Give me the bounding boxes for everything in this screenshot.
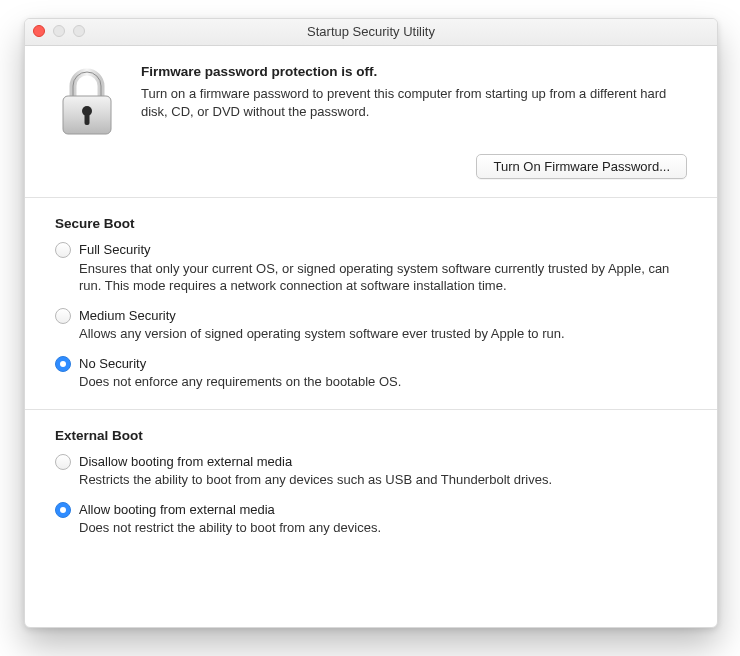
radio-desc: Does not restrict the ability to boot fr…	[79, 519, 687, 537]
lock-icon	[55, 66, 119, 138]
radio-label: Allow booting from external media	[79, 501, 687, 519]
radio-allow-external[interactable]: Allow booting from external media Does n…	[55, 501, 687, 537]
radio-desc: Ensures that only your current OS, or si…	[79, 260, 687, 295]
radio-label: Medium Security	[79, 307, 687, 325]
svg-rect-2	[85, 113, 90, 125]
radio-full-security[interactable]: Full Security Ensures that only your cur…	[55, 241, 687, 295]
radio-label: Disallow booting from external media	[79, 453, 687, 471]
radio-label: No Security	[79, 355, 687, 373]
radio-icon	[55, 308, 71, 324]
radio-icon	[55, 356, 71, 372]
firmware-section: Firmware password protection is off. Tur…	[25, 46, 717, 198]
firmware-title: Firmware password protection is off.	[141, 64, 687, 79]
window-body: Firmware password protection is off. Tur…	[25, 46, 717, 555]
traffic-lights	[33, 25, 85, 37]
turn-on-firmware-password-button[interactable]: Turn On Firmware Password...	[476, 154, 687, 179]
window: Startup Security Utility	[24, 18, 718, 628]
radio-medium-security[interactable]: Medium Security Allows any version of si…	[55, 307, 687, 343]
window-title: Startup Security Utility	[307, 24, 435, 39]
titlebar: Startup Security Utility	[25, 19, 717, 46]
firmware-desc: Turn on a firmware password to prevent t…	[141, 85, 687, 120]
external-boot-section: External Boot Disallow booting from exte…	[25, 410, 717, 555]
close-icon[interactable]	[33, 25, 45, 37]
secure-boot-title: Secure Boot	[55, 216, 687, 231]
minimize-icon	[53, 25, 65, 37]
radio-icon	[55, 502, 71, 518]
radio-desc: Allows any version of signed operating s…	[79, 325, 687, 343]
secure-boot-section: Secure Boot Full Security Ensures that o…	[25, 198, 717, 410]
radio-desc: Restricts the ability to boot from any d…	[79, 471, 687, 489]
radio-disallow-external[interactable]: Disallow booting from external media Res…	[55, 453, 687, 489]
zoom-icon	[73, 25, 85, 37]
radio-desc: Does not enforce any requirements on the…	[79, 373, 687, 391]
radio-icon	[55, 454, 71, 470]
radio-label: Full Security	[79, 241, 687, 259]
radio-icon	[55, 242, 71, 258]
radio-no-security[interactable]: No Security Does not enforce any require…	[55, 355, 687, 391]
external-boot-title: External Boot	[55, 428, 687, 443]
